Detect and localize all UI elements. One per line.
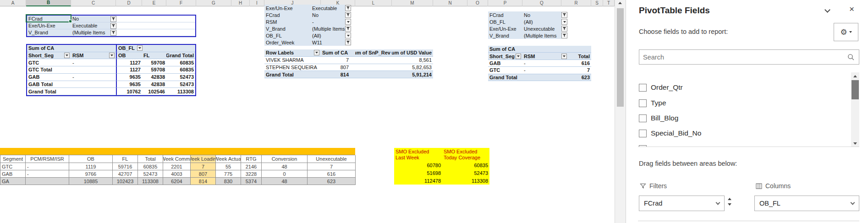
pivot-header-cell[interactable]: OB [116, 52, 142, 60]
filter-funnel-icon[interactable] [345, 25, 352, 32]
pivot-row-label-cell[interactable]: STEPHEN SEQUEIRA [264, 64, 321, 71]
smo-header-cell[interactable]: SMO ExcludedToday Coverage [442, 148, 489, 162]
table-header-cell[interactable]: Total [138, 155, 163, 163]
checkbox-icon[interactable] [639, 114, 647, 122]
filter-funnel-icon[interactable] [345, 39, 352, 46]
table-cell[interactable]: 6204 [163, 178, 191, 185]
smo-value-cell[interactable]: 60780 [394, 162, 442, 169]
filters-field-dropdown[interactable]: FCrad [639, 196, 725, 211]
filter-funnel-icon[interactable] [345, 11, 352, 18]
pivot-value-cell[interactable]: 7 [568, 67, 591, 74]
pivot-row-label-cell[interactable]: GAB [488, 60, 522, 67]
column-header[interactable]: P [488, 0, 522, 6]
pivot-value-cell[interactable] [355, 57, 392, 64]
table-cell[interactable]: 830 [216, 178, 241, 185]
column-header[interactable]: H [231, 0, 250, 6]
field-list-scrollbar[interactable] [851, 72, 859, 147]
pivot-value-cell[interactable]: 59708 [142, 59, 166, 66]
pivot-grand-total-label[interactable]: Grand Total [264, 71, 321, 78]
filter-funnel-icon[interactable] [561, 11, 568, 18]
pivot-value-cell[interactable]: 1127 [116, 59, 142, 66]
filter-label-cell[interactable]: Order_Week [264, 39, 311, 46]
column-header[interactable]: E [142, 0, 166, 6]
column-header[interactable]: O [467, 0, 488, 6]
pivot-cell[interactable] [522, 74, 568, 81]
pivot-header-cell[interactable]: Grand Total [166, 52, 195, 60]
field-list-item-partial[interactable] [639, 143, 647, 147]
table-cell[interactable]: 55 [216, 163, 241, 170]
table-cell[interactable]: 9766 [69, 170, 113, 178]
pivot-row-label-cell[interactable]: GAB Total [27, 81, 71, 88]
pivot-header-cell[interactable]: RSM [522, 53, 568, 60]
column-header-selected[interactable]: B [26, 0, 71, 6]
scroll-up-icon[interactable] [618, 2, 622, 4]
columns-field-dropdown[interactable]: OB_FL [754, 196, 859, 211]
table-header-cell[interactable]: Week Loading [191, 155, 216, 163]
table-header-cell[interactable]: Unexecutable [308, 155, 356, 163]
table-header-cell[interactable]: PCM/RSM/ISR [26, 155, 69, 163]
column-header[interactable]: S [591, 0, 603, 6]
table-cell[interactable]: 7 [191, 163, 216, 170]
table-cell[interactable]: 7 [308, 163, 356, 170]
smo-value-cell[interactable]: 112478 [394, 177, 442, 185]
pivot-row-label-cell[interactable]: GTC [488, 67, 522, 74]
table-cell[interactable]: 807 [191, 170, 216, 178]
smo-value-cell[interactable]: 51698 [394, 169, 442, 177]
field-list-item[interactable]: Type [639, 98, 666, 109]
tools-button[interactable]: ⚙ [834, 23, 858, 41]
filter-dropdown-icon[interactable] [345, 18, 352, 25]
pivot-cell[interactable] [71, 66, 116, 74]
pivot-cell[interactable]: - [522, 67, 568, 74]
sheet-vertical-scrollbar[interactable] [615, 0, 626, 223]
search-box[interactable] [639, 49, 859, 65]
pivot-header-cell[interactable]: Sum of SnP_Rev [355, 49, 392, 57]
table-cell[interactable]: 48 [262, 178, 308, 185]
pivot-value-cell[interactable]: 7 [321, 57, 355, 64]
column-header[interactable]: Q [522, 0, 561, 6]
table-cell[interactable]: 42707 [113, 170, 138, 178]
pivot-cell[interactable]: - [71, 74, 116, 81]
table-cell[interactable]: 10885 [69, 178, 113, 185]
smo-value-cell[interactable]: 60835 [442, 162, 489, 169]
filter-funnel-icon[interactable] [110, 29, 117, 36]
pivot-value-cell[interactable]: 5,91,214 [392, 71, 433, 78]
pivot-value-cell[interactable] [355, 71, 392, 78]
table-cell[interactable]: 113308 [138, 178, 163, 185]
field-list-item[interactable]: Bill_Blog [639, 113, 678, 124]
pivot-value-cell[interactable]: 9635 [116, 74, 142, 81]
empty-cell[interactable] [117, 29, 195, 36]
column-header[interactable]: R [561, 0, 591, 6]
pivot-cell[interactable] [71, 88, 116, 95]
filter-value-cell[interactable]: (All) [522, 18, 561, 25]
table-header-cell[interactable]: OB [69, 155, 113, 163]
table-cell[interactable]: 814 [191, 178, 216, 185]
pivot-value-cell[interactable] [355, 64, 392, 71]
pivot-value-cell[interactable]: 623 [568, 74, 591, 81]
pivot-header-cell[interactable]: Short_Seg [488, 53, 522, 60]
pivot-value-cell[interactable]: 60835 [166, 66, 195, 74]
table-cell[interactable]: 5374 [241, 178, 262, 185]
column-header[interactable]: D [116, 0, 142, 6]
checkbox-icon[interactable] [639, 130, 647, 137]
filter-funnel-icon[interactable] [110, 16, 117, 22]
filter-label-cell[interactable]: Exe/Un-Exe [27, 22, 71, 29]
table-cell[interactable]: 59716 [113, 163, 138, 170]
filter-value-cell[interactable]: (Multiple Items [522, 32, 561, 39]
pivot-grand-total-label[interactable]: Grand Total [27, 88, 71, 95]
pivot-value-cell[interactable]: 102546 [142, 88, 166, 95]
empty-cell[interactable] [117, 16, 195, 22]
filter-value-cell[interactable]: Unexecutable [522, 25, 561, 32]
pivot-value-cell[interactable]: 42838 [142, 74, 166, 81]
dropdown-icon[interactable] [64, 53, 70, 58]
table-cell[interactable]: 4003 [163, 170, 191, 178]
filter-label-cell[interactable]: V_Brand [27, 29, 71, 36]
table-cell[interactable] [26, 178, 69, 185]
area-scroll-spinner[interactable] [728, 198, 731, 206]
filter-value-cell[interactable]: Executable [71, 22, 110, 29]
filter-funnel-icon[interactable] [345, 5, 352, 11]
table-cell[interactable]: 52473 [138, 170, 163, 178]
table-cell[interactable]: 623 [308, 178, 356, 185]
pivot-corner-cell[interactable]: Sum of CA [488, 46, 591, 53]
smo-header-cell[interactable]: SMO ExcludedLast Week [394, 148, 442, 162]
table-cell[interactable]: 775 [216, 170, 241, 178]
